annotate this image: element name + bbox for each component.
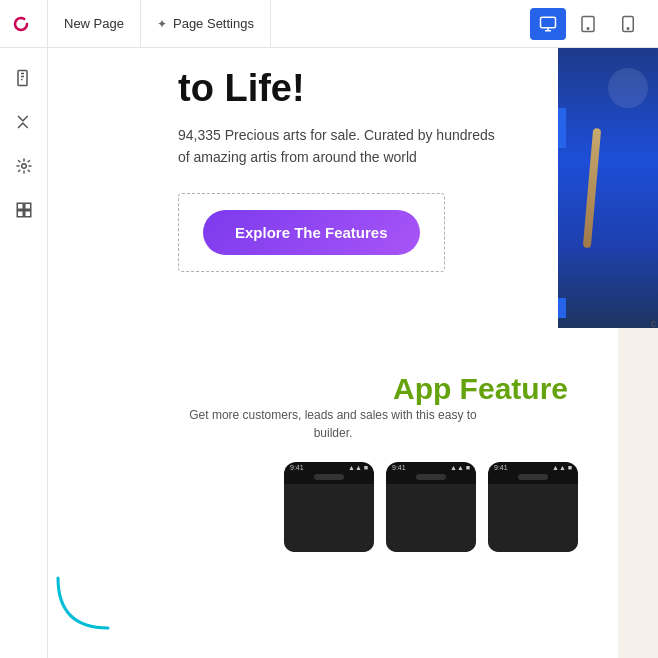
logo-icon — [12, 12, 36, 36]
left-sidebar — [0, 48, 48, 658]
phone-status-bar-1: 9:41 ▲▲ ■ — [284, 462, 374, 474]
page-icon — [15, 69, 33, 87]
sidebar-pages-button[interactable] — [6, 60, 42, 96]
phone-mockup-2: 9:41 ▲▲ ■ — [386, 462, 476, 552]
tablet-icon — [579, 15, 597, 33]
phone-mockup-3: 9:41 ▲▲ ■ — [488, 462, 578, 552]
logo[interactable] — [0, 0, 48, 48]
top-bar: New Page ✦ Page Settings — [0, 0, 658, 48]
phone-notch-1 — [314, 474, 344, 480]
svg-point-2 — [587, 27, 589, 29]
phone-time-1: 9:41 — [290, 464, 304, 471]
tablet-view-button[interactable] — [570, 8, 606, 40]
phone-notch-3 — [518, 474, 548, 480]
hero-title: to Life! — [178, 68, 578, 110]
phone-mockup-1: 9:41 ▲▲ ■ — [284, 462, 374, 552]
tab-page-settings[interactable]: ✦ Page Settings — [141, 0, 271, 47]
mobile-icon — [619, 15, 637, 33]
right-image-panel — [558, 48, 658, 328]
phones-row: 9:41 ▲▲ ■ 9:41 ▲▲ ■ 9:41 — [88, 462, 578, 552]
page-settings-label: Page Settings — [173, 16, 254, 31]
apps-icon — [15, 157, 33, 175]
sidebar-layouts-button[interactable] — [6, 192, 42, 228]
page-canvas: to Life! 94,335 Precious arts for sale. … — [48, 48, 618, 658]
desktop-icon — [539, 15, 557, 33]
hero-subtitle: 94,335 Precious arts for sale. Curated b… — [178, 124, 498, 169]
phone-signal-1: ▲▲ ■ — [348, 464, 368, 471]
svg-rect-9 — [17, 211, 23, 217]
svg-rect-10 — [24, 211, 30, 217]
features-section: App Feature Get more customers, leads an… — [48, 332, 618, 572]
settings-icon: ✦ — [157, 17, 167, 31]
elements-icon — [15, 113, 33, 131]
phone-time-3: 9:41 — [494, 464, 508, 471]
right-edge-label: c — [651, 318, 656, 329]
sidebar-elements-button[interactable] — [6, 104, 42, 140]
tab-bar: New Page ✦ Page Settings — [48, 0, 271, 47]
svg-rect-7 — [17, 203, 23, 209]
features-subtitle: Get more customers, leads and sales with… — [88, 406, 578, 442]
phone-status-bar-2: 9:41 ▲▲ ■ — [386, 462, 476, 474]
canvas-area: to Life! 94,335 Precious arts for sale. … — [48, 48, 658, 658]
features-title: App Feature — [393, 372, 568, 405]
panel-accent-top — [558, 108, 566, 148]
explore-features-button[interactable]: Explore The Features — [203, 210, 420, 255]
cta-selection-box: Explore The Features — [178, 193, 445, 272]
hero-section: to Life! 94,335 Precious arts for sale. … — [48, 48, 618, 332]
svg-rect-0 — [541, 17, 556, 28]
decor-stick — [583, 128, 601, 248]
device-switcher — [530, 8, 658, 40]
svg-point-6 — [21, 164, 26, 169]
new-page-label: New Page — [64, 16, 124, 31]
svg-rect-8 — [24, 203, 30, 209]
desktop-view-button[interactable] — [530, 8, 566, 40]
cyan-arc-decoration — [48, 558, 128, 638]
phone-signal-3: ▲▲ ■ — [552, 464, 572, 471]
decor-bokeh — [608, 68, 648, 108]
sidebar-apps-button[interactable] — [6, 148, 42, 184]
phone-signal-2: ▲▲ ■ — [450, 464, 470, 471]
mobile-view-button[interactable] — [610, 8, 646, 40]
phone-status-bar-3: 9:41 ▲▲ ■ — [488, 462, 578, 474]
tab-new-page[interactable]: New Page — [48, 0, 141, 47]
svg-point-4 — [627, 27, 629, 29]
phone-time-2: 9:41 — [392, 464, 406, 471]
panel-accent-bottom — [558, 298, 566, 318]
phone-notch-2 — [416, 474, 446, 480]
layouts-icon — [15, 201, 33, 219]
